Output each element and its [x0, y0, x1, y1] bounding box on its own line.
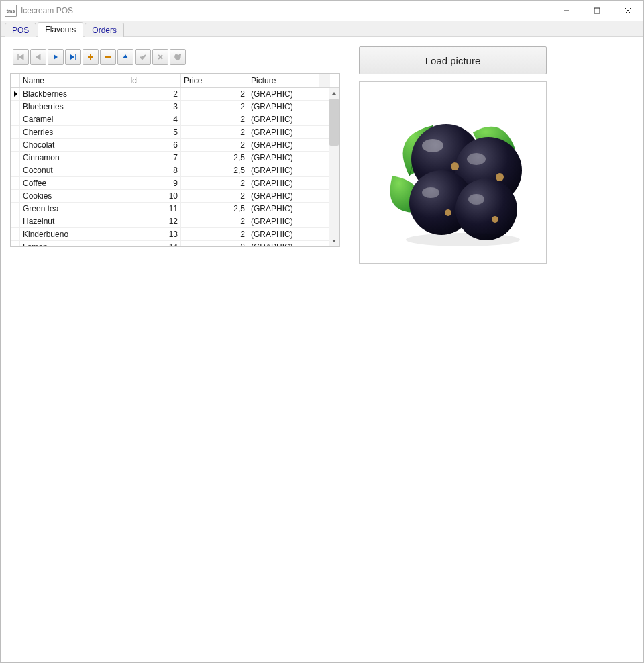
svg-point-30	[445, 209, 451, 216]
cell-price[interactable]: 2	[181, 113, 248, 125]
table-row[interactable]: Coconut82,5(GRAPHIC)	[11, 164, 339, 177]
cell-price[interactable]: 2,5	[181, 203, 248, 215]
cell-picture[interactable]: (GRAPHIC)	[248, 215, 319, 227]
cell-name[interactable]: Coconut	[20, 164, 127, 176]
nav-first-button[interactable]	[13, 49, 29, 65]
table-row[interactable]: Cinnamon72,5(GRAPHIC)	[11, 152, 339, 164]
cell-id[interactable]: 11	[127, 203, 181, 215]
load-picture-button[interactable]: Load picture	[359, 46, 547, 74]
cell-name[interactable]: Cinnamon	[20, 152, 127, 164]
svg-marker-17	[14, 91, 17, 97]
cell-picture[interactable]: (GRAPHIC)	[248, 126, 319, 138]
table-row[interactable]: Blackberries22(GRAPHIC)	[11, 88, 339, 101]
table-row[interactable]: Caramel42(GRAPHIC)	[11, 113, 339, 126]
table-row[interactable]: Cherries52(GRAPHIC)	[11, 126, 339, 139]
table-row[interactable]: Green tea112,5(GRAPHIC)	[11, 203, 339, 215]
cell-name[interactable]: Cookies	[20, 190, 127, 202]
cell-picture[interactable]: (GRAPHIC)	[248, 177, 319, 189]
cell-picture[interactable]: (GRAPHIC)	[248, 152, 319, 164]
nav-edit-button[interactable]	[117, 49, 133, 65]
table-row[interactable]: Kinderbueno132(GRAPHIC)	[11, 228, 339, 241]
cell-picture[interactable]: (GRAPHIC)	[248, 113, 319, 125]
cell-price[interactable]: 2	[181, 101, 248, 113]
tab-pos[interactable]: POS	[5, 23, 36, 37]
cell-id[interactable]: 4	[127, 113, 181, 125]
client-area: Name Id Price Picture Blackberries22(GRA…	[1, 37, 643, 662]
cell-id[interactable]: 10	[127, 190, 181, 202]
flavours-grid[interactable]: Name Id Price Picture Blackberries22(GRA…	[10, 73, 340, 247]
svg-point-27	[468, 194, 484, 205]
row-indicator	[11, 113, 20, 125]
tab-strip: POS Flavours Orders	[1, 21, 643, 37]
cell-price[interactable]: 2	[181, 88, 248, 100]
scroll-down-icon[interactable]	[329, 236, 339, 246]
cell-id[interactable]: 5	[127, 126, 181, 138]
cell-id[interactable]: 12	[127, 215, 181, 227]
cell-name[interactable]: Green tea	[20, 203, 127, 215]
cell-picture[interactable]: (GRAPHIC)	[248, 228, 319, 240]
table-row[interactable]: Blueberries32(GRAPHIC)	[11, 101, 339, 113]
cell-price[interactable]: 2	[181, 139, 248, 151]
cell-name[interactable]: Lemon	[20, 241, 127, 246]
nav-post-button[interactable]	[135, 49, 151, 65]
cell-id[interactable]: 14	[127, 241, 181, 246]
window-title: Icecream POS	[21, 6, 73, 15]
cell-picture[interactable]: (GRAPHIC)	[248, 190, 319, 202]
cell-name[interactable]: Caramel	[20, 113, 127, 125]
cell-price[interactable]: 2	[181, 241, 248, 246]
cell-id[interactable]: 2	[127, 88, 181, 100]
cell-price[interactable]: 2	[181, 190, 248, 202]
cell-id[interactable]: 7	[127, 152, 181, 164]
scroll-thumb[interactable]	[329, 99, 339, 146]
cell-id[interactable]: 9	[127, 177, 181, 189]
row-indicator	[11, 215, 20, 227]
close-button[interactable]	[612, 1, 643, 21]
cell-id[interactable]: 6	[127, 139, 181, 151]
table-row[interactable]: Coffee92(GRAPHIC)	[11, 177, 339, 190]
cell-price[interactable]: 2	[181, 228, 248, 240]
nav-prev-button[interactable]	[30, 49, 46, 65]
cell-id[interactable]: 3	[127, 101, 181, 113]
nav-insert-button[interactable]	[83, 49, 99, 65]
cell-picture[interactable]: (GRAPHIC)	[248, 139, 319, 151]
table-row[interactable]: Lemon142(GRAPHIC)	[11, 241, 339, 246]
cell-price[interactable]: 2,5	[181, 152, 248, 164]
nav-cancel-button[interactable]	[152, 49, 168, 65]
grid-header-name[interactable]: Name	[20, 74, 127, 87]
cell-id[interactable]: 8	[127, 164, 181, 176]
cell-name[interactable]: Coffee	[20, 177, 127, 189]
tab-flavours[interactable]: Flavours	[38, 22, 83, 37]
cell-picture[interactable]: (GRAPHIC)	[248, 88, 319, 100]
table-row[interactable]: Hazelnut122(GRAPHIC)	[11, 215, 339, 228]
cell-picture[interactable]: (GRAPHIC)	[248, 241, 319, 246]
cell-price[interactable]: 2,5	[181, 164, 248, 176]
cell-picture[interactable]: (GRAPHIC)	[248, 164, 319, 176]
cell-picture[interactable]: (GRAPHIC)	[248, 101, 319, 113]
tab-orders[interactable]: Orders	[85, 23, 124, 37]
nav-delete-button[interactable]	[100, 49, 116, 65]
cell-name[interactable]: Cherries	[20, 126, 127, 138]
cell-name[interactable]: Blueberries	[20, 101, 127, 113]
minimize-button[interactable]	[551, 1, 582, 21]
table-row[interactable]: Chocolat62(GRAPHIC)	[11, 139, 339, 152]
cell-name[interactable]: Chocolat	[20, 139, 127, 151]
grid-header-scroll-gap	[319, 74, 330, 87]
cell-price[interactable]: 2	[181, 215, 248, 227]
cell-picture[interactable]: (GRAPHIC)	[248, 203, 319, 215]
table-row[interactable]: Cookies102(GRAPHIC)	[11, 190, 339, 203]
cell-name[interactable]: Hazelnut	[20, 215, 127, 227]
nav-refresh-button[interactable]	[170, 49, 186, 65]
maximize-button[interactable]	[582, 1, 612, 21]
grid-header-id[interactable]: Id	[127, 74, 181, 87]
cell-name[interactable]: Kinderbueno	[20, 228, 127, 240]
grid-header-price[interactable]: Price	[181, 74, 248, 87]
cell-id[interactable]: 13	[127, 228, 181, 240]
cell-price[interactable]: 2	[181, 177, 248, 189]
nav-last-button[interactable]	[65, 49, 81, 65]
grid-vertical-scrollbar[interactable]	[329, 88, 339, 246]
grid-header-picture[interactable]: Picture	[248, 74, 319, 87]
scroll-up-icon[interactable]	[329, 88, 339, 99]
cell-name[interactable]: Blackberries	[20, 88, 127, 100]
cell-price[interactable]: 2	[181, 126, 248, 138]
nav-next-button[interactable]	[48, 49, 64, 65]
